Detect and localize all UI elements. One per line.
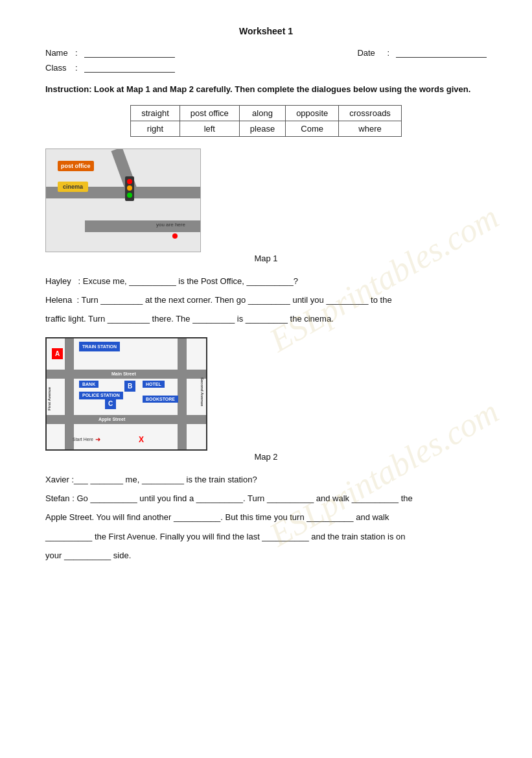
name-row: Name : xyxy=(45,48,175,58)
word-cell: opposite xyxy=(286,105,339,121)
name-field[interactable] xyxy=(84,49,175,58)
map2-main-street-label: Main Street xyxy=(111,372,136,376)
date-label: Date xyxy=(357,48,383,58)
map2-b: B xyxy=(124,381,135,392)
helena-name: Helena xyxy=(45,295,72,305)
stefan-line3: __________ the First Avenue. Finally you… xyxy=(45,529,487,544)
map2-bank: BANK xyxy=(79,381,98,388)
stefan-name: Stefan xyxy=(45,493,70,503)
name-label: Name xyxy=(45,48,71,58)
stefan-text4: your __________ side. xyxy=(45,551,131,560)
stefan-text2: Apple Street. You will find another ____… xyxy=(45,512,389,522)
map2-start-label: Start Here xyxy=(73,437,93,442)
helena-text2: traffic light. Turn _________ there. The… xyxy=(45,314,334,324)
traffic-light-green xyxy=(127,193,132,198)
helena-text1: Turn _________ at the next corner. Then … xyxy=(81,295,391,305)
map1-you-label: you are here xyxy=(156,222,185,228)
map1-label: Map 1 xyxy=(45,254,487,263)
map2-first-avenue-label: First Avenue xyxy=(47,387,51,410)
map1-image: post office cinema you are here xyxy=(45,148,201,252)
stefan-text3: __________ the First Avenue. Finally you… xyxy=(45,532,406,541)
page-title: Worksheet 1 xyxy=(45,26,487,36)
name-colon: : xyxy=(75,48,78,58)
dialogue1: Hayley : Excuse me, __________ is the Po… xyxy=(45,274,487,327)
date-colon: : xyxy=(387,48,389,58)
word-row-2: right left please Come where xyxy=(131,121,402,136)
map1-container: post office cinema you are here Map 1 xyxy=(45,148,487,263)
map1-traffic-light xyxy=(125,176,134,201)
map2-train-station: TRAIN STATION xyxy=(79,342,120,351)
hayley-name: Hayley xyxy=(45,276,71,286)
map2-c: C xyxy=(105,398,116,409)
map2-bookstore: BOOKSTORE xyxy=(143,396,178,403)
map2-x: X xyxy=(139,435,144,444)
class-label: Class xyxy=(45,63,71,73)
map1-you-dot xyxy=(172,233,178,239)
map2-a: A xyxy=(52,348,63,359)
map2-apple-street-label: Apple Street xyxy=(98,417,125,421)
word-cell: please xyxy=(239,121,285,136)
stefan-line4: your __________ side. xyxy=(45,548,487,563)
map2-container: Main Street Apple Street First Avenue Se… xyxy=(45,337,487,462)
map2-hotel: HOTEL xyxy=(143,381,165,388)
map2-arrow-icon: ➜ xyxy=(95,436,100,443)
map2-apple-street xyxy=(47,415,206,424)
word-cell: Come xyxy=(286,121,339,136)
date-field[interactable] xyxy=(396,49,487,58)
instruction-text: Instruction: Look at Map 1 and Map 2 car… xyxy=(45,83,487,96)
class-field[interactable] xyxy=(84,64,175,73)
word-cell: right xyxy=(131,121,180,136)
dialogue2: Xavier :___ _______ me, _________ is the… xyxy=(45,472,487,563)
map2-second-avenue xyxy=(178,338,187,449)
xavier-line: Xavier :___ _______ me, _________ is the… xyxy=(45,472,487,487)
map2-start-here: Start Here ➜ xyxy=(73,436,100,443)
word-row-1: straight post office along opposite cros… xyxy=(131,105,402,121)
word-cell: left xyxy=(179,121,239,136)
word-cell: straight xyxy=(131,105,180,121)
xavier-name: Xavier xyxy=(45,475,69,484)
helena-line2: traffic light. Turn _________ there. The… xyxy=(45,311,487,326)
word-cell: post office xyxy=(179,105,239,121)
class-colon: : xyxy=(75,63,78,73)
map2-police: POLICE STATION xyxy=(79,392,123,399)
word-cell: crossroads xyxy=(339,105,402,121)
stefan-line1: Stefan : Go __________ until you find a … xyxy=(45,491,487,506)
name-date-row: Name : Date : xyxy=(45,48,487,58)
map2-first-avenue xyxy=(65,338,74,449)
map2-second-avenue-label: Second Avenue xyxy=(200,377,204,407)
date-row: Date : xyxy=(357,48,487,58)
map2-label: Map 2 xyxy=(45,452,487,462)
map2-image: Main Street Apple Street First Avenue Se… xyxy=(45,337,207,451)
word-cell: along xyxy=(239,105,285,121)
hayley-text: Excuse me, __________ is the Post Office… xyxy=(83,276,298,286)
map1-post-office: post office xyxy=(58,161,94,172)
hayley-line: Hayley : Excuse me, __________ is the Po… xyxy=(45,274,487,289)
word-cell: where xyxy=(339,121,402,136)
helena-line1: Helena : Turn _________ at the next corn… xyxy=(45,292,487,307)
map1-cinema: cinema xyxy=(58,182,88,192)
word-table: straight post office along opposite cros… xyxy=(130,105,402,137)
traffic-light-red xyxy=(127,179,132,184)
stefan-text1: : Go __________ until you find a _______… xyxy=(72,493,413,503)
traffic-light-yellow xyxy=(127,185,132,191)
class-row: Class : xyxy=(45,63,487,73)
xavier-text: :___ _______ me, _________ is the train … xyxy=(71,475,257,484)
stefan-line2: Apple Street. You will find another ____… xyxy=(45,510,487,525)
